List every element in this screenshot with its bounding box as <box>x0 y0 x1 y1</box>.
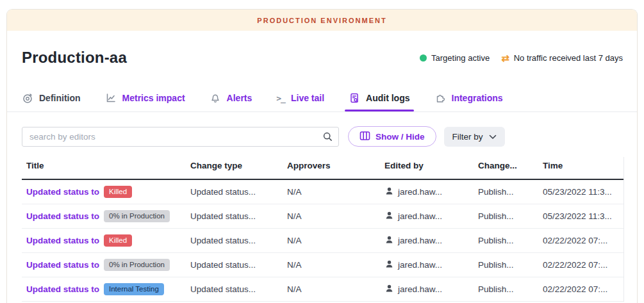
tab-label: Audit logs <box>366 93 409 103</box>
search-wrap <box>22 127 339 147</box>
row-edited-by: jared.haw... <box>398 284 442 294</box>
row-time: 05/23/2022 11:3... <box>543 211 623 221</box>
row-time: 05/23/2022 11:3... <box>543 187 623 197</box>
row-change: Publish... <box>478 260 543 270</box>
row-change: Publish... <box>478 211 543 221</box>
chevron-down-icon <box>489 132 497 142</box>
table-row[interactable]: Updated status to Killed Updated status.… <box>22 229 623 253</box>
column-header-change: Change... <box>478 161 543 170</box>
row-title-link[interactable]: Updated status to <box>26 236 99 245</box>
audit-log-table: Title Change type Approvers Edited by Ch… <box>22 157 624 302</box>
table-row[interactable]: Updated status to 0% in Production Updat… <box>22 204 623 229</box>
row-edited-cell: jared.haw... <box>384 235 478 247</box>
audit-toolbar: Show / Hide Filter by <box>7 112 637 147</box>
filter-by-button[interactable]: Filter by <box>444 127 505 147</box>
person-icon <box>384 235 394 247</box>
definition-target-icon <box>22 92 33 104</box>
tab-label: Metrics impact <box>122 93 185 103</box>
row-approvers: N/A <box>287 284 384 294</box>
row-approvers: N/A <box>287 187 384 197</box>
search-icon <box>322 131 333 145</box>
row-status-badge: Killed <box>104 234 132 247</box>
production-environment-banner: PRODUCTION ENVIRONMENT <box>7 10 637 31</box>
table-row[interactable]: Updated status to Internal Testing Updat… <box>22 277 623 302</box>
row-status-badge: Internal Testing <box>104 283 164 296</box>
row-title-link[interactable]: Updated status to <box>26 211 99 221</box>
row-status-badge: Killed <box>104 186 132 199</box>
targeting-status: Targeting active <box>420 53 490 63</box>
row-title-cell: Updated status to Killed <box>22 234 190 247</box>
row-title-cell: Updated status to Internal Testing <box>22 283 190 296</box>
audit-log-document-icon <box>349 92 360 104</box>
row-approvers: N/A <box>287 236 384 245</box>
column-header-title: Title <box>22 161 190 170</box>
tab-metrics-impact[interactable]: Metrics impact <box>105 86 185 111</box>
row-approvers: N/A <box>287 260 384 270</box>
row-status-badge: 0% in Production <box>104 259 170 272</box>
banner-label: PRODUCTION ENVIRONMENT <box>257 17 386 24</box>
row-change-type: Updated status... <box>190 284 287 294</box>
column-header-change-type: Change type <box>190 161 287 170</box>
header-status-group: Targeting active ⇄ No traffic received l… <box>420 53 623 63</box>
person-icon <box>384 284 394 295</box>
metrics-chart-icon <box>105 92 117 104</box>
search-input[interactable] <box>22 127 339 147</box>
row-change-type: Updated status... <box>190 211 287 221</box>
person-icon <box>384 211 394 222</box>
person-icon <box>384 259 394 271</box>
row-time: 02/22/2022 07:... <box>543 260 623 270</box>
row-change-type: Updated status... <box>190 236 287 245</box>
table-row[interactable]: Updated status to 0% in Production Updat… <box>22 253 623 277</box>
row-change: Publish... <box>478 236 543 245</box>
row-change: Publish... <box>478 284 543 294</box>
table-row[interactable]: Updated status to Killed Updated status.… <box>22 180 623 204</box>
row-title-cell: Updated status to Killed <box>22 186 190 199</box>
page-header: Production-aa Targeting active ⇄ No traf… <box>7 31 637 86</box>
row-edited-cell: jared.haw... <box>384 284 478 295</box>
row-title-cell: Updated status to 0% in Production <box>22 259 190 272</box>
row-edited-by: jared.haw... <box>398 260 442 270</box>
row-title-link[interactable]: Updated status to <box>26 187 99 197</box>
row-title-cell: Updated status to 0% in Production <box>22 210 190 223</box>
row-title-link[interactable]: Updated status to <box>26 284 99 294</box>
targeting-status-label: Targeting active <box>431 53 490 63</box>
terminal-icon: >_ <box>276 94 285 103</box>
person-icon <box>384 186 394 198</box>
filter-by-label: Filter by <box>452 132 483 142</box>
row-edited-by: jared.haw... <box>398 187 442 197</box>
tab-label: Live tail <box>291 93 324 103</box>
tab-alerts[interactable]: Alerts <box>210 86 252 111</box>
environment-card: PRODUCTION ENVIRONMENT Production-aa Tar… <box>6 9 638 303</box>
traffic-status-label: No traffic received last 7 days <box>514 53 623 63</box>
show-hide-columns-button[interactable]: Show / Hide <box>348 126 436 147</box>
row-edited-by: jared.haw... <box>398 211 442 221</box>
row-time: 02/22/2022 07:... <box>543 284 623 294</box>
row-status-badge: 0% in Production <box>104 210 170 223</box>
row-edited-cell: jared.haw... <box>384 186 478 198</box>
row-title-link[interactable]: Updated status to <box>26 260 99 270</box>
puzzle-icon <box>434 92 446 104</box>
column-header-time: Time <box>543 161 623 170</box>
columns-icon <box>359 131 370 143</box>
tab-live-tail[interactable]: >_ Live tail <box>276 86 324 111</box>
audit-table-body: Updated status to Killed Updated status.… <box>22 180 623 302</box>
row-change-type: Updated status... <box>190 187 287 197</box>
column-header-approvers: Approvers <box>287 161 384 170</box>
bell-icon <box>210 92 221 104</box>
tab-label: Integrations <box>452 93 503 103</box>
column-header-edited-by: Edited by <box>384 161 478 170</box>
row-edited-cell: jared.haw... <box>384 259 478 271</box>
tab-label: Definition <box>39 93 81 103</box>
tab-bar: Definition Metrics impact Alerts >_ Li <box>7 86 637 112</box>
tab-audit-logs[interactable]: Audit logs <box>349 86 409 111</box>
show-hide-label: Show / Hide <box>376 132 425 142</box>
row-edited-cell: jared.haw... <box>384 211 478 222</box>
tab-integrations[interactable]: Integrations <box>434 86 503 111</box>
row-approvers: N/A <box>287 211 384 221</box>
page-title: Production-aa <box>22 49 127 67</box>
tab-definition[interactable]: Definition <box>22 86 81 111</box>
row-change: Publish... <box>478 187 543 197</box>
row-change-type: Updated status... <box>190 260 287 270</box>
traffic-arrows-icon: ⇄ <box>501 53 509 63</box>
row-edited-by: jared.haw... <box>398 236 442 245</box>
